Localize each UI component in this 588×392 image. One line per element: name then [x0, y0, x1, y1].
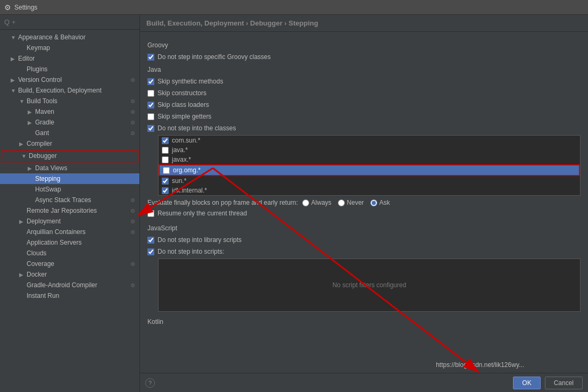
class-item-com-sun[interactable]: com.sun.*: [159, 136, 580, 145]
gear-icon-coverage: ⚙: [130, 261, 135, 267]
sidebar-label-dv: Data Views: [35, 164, 67, 172]
sidebar-item-arquillian[interactable]: Arquillian Containers ⚙: [0, 227, 139, 237]
sidebar-item-coverage[interactable]: Coverage ⚙: [0, 258, 139, 269]
skip-getters-row: Skip simple getters: [147, 112, 581, 121]
sidebar-item-editor[interactable]: Editor: [0, 53, 139, 64]
sidebar-label-rjr: Remote Jar Repositories: [27, 207, 97, 214]
sidebar-label-bt: Build Tools: [27, 97, 57, 105]
class-item-javax[interactable]: javax.*: [159, 155, 580, 164]
expand-arrow-compiler: [19, 141, 26, 147]
cancel-button[interactable]: Cancel: [545, 377, 583, 389]
class-label-org-omg: org.omg.*: [173, 166, 201, 174]
sidebar-item-debugger[interactable]: Debugger: [1, 149, 138, 162]
sidebar-item-build-tools[interactable]: Build Tools ⚙: [0, 96, 139, 106]
groovy-no-step-row: Do not step into specific Groovy classes: [147, 52, 581, 62]
class-checkbox-com-sun[interactable]: [162, 137, 169, 144]
groovy-section-label: Groovy: [147, 41, 581, 49]
sidebar-label-keymap: Keymap: [27, 44, 50, 52]
sidebar-label-deploy: Deployment: [27, 218, 61, 225]
sidebar-item-stepping[interactable]: Stepping: [0, 173, 139, 184]
skip-classloaders-checkbox[interactable]: [147, 102, 154, 109]
sidebar-label-appearance: Appearance & Behavior: [18, 34, 86, 41]
groovy-no-step-checkbox[interactable]: [147, 54, 154, 61]
radio-never[interactable]: [338, 199, 345, 206]
sidebar-label-vc: Version Control: [18, 76, 62, 84]
sidebar-item-docker[interactable]: Docker: [0, 269, 139, 280]
skip-getters-label[interactable]: Skip simple getters: [158, 113, 211, 120]
gear-icon-deploy: ⚙: [130, 219, 135, 224]
expand-arrow-gradle: [28, 120, 34, 126]
class-item-jdk-internal[interactable]: jdk.internal.*: [159, 186, 580, 195]
no-step-library-checkbox[interactable]: [147, 237, 154, 244]
action-buttons: OK Cancel: [513, 377, 583, 389]
sidebar-label-arq: Arquillian Containers: [27, 228, 86, 236]
resume-thread-checkbox[interactable]: [147, 210, 154, 217]
sidebar-item-deployment[interactable]: Deployment ⚙: [0, 216, 139, 227]
groovy-no-step-label[interactable]: Do not step into specific Groovy classes: [158, 53, 271, 61]
resume-thread-label[interactable]: Resume only the current thread: [158, 210, 247, 217]
sidebar-item-maven[interactable]: Maven ⚙: [0, 106, 139, 117]
sidebar-item-version-control[interactable]: Version Control ⚙: [0, 74, 139, 85]
sidebar-label-coverage: Coverage: [27, 260, 54, 268]
sidebar-item-compiler[interactable]: Compiler: [0, 138, 139, 149]
gear-icon-maven: ⚙: [130, 109, 135, 115]
no-script-filters-message: No script filters configured: [322, 271, 417, 299]
no-step-library-label[interactable]: Do not step into library scripts: [158, 236, 242, 244]
expand-arrow-bt: [19, 98, 26, 104]
sidebar-item-gant[interactable]: Gant ⚙: [0, 128, 139, 138]
sidebar-item-build-exec-deploy[interactable]: Build, Execution, Deployment: [0, 85, 139, 96]
help-button[interactable]: ?: [145, 378, 155, 388]
sidebar-item-appearance-behavior[interactable]: Appearance & Behavior: [0, 32, 139, 43]
sidebar-item-clouds[interactable]: Clouds: [0, 248, 139, 258]
no-step-scripts-label[interactable]: Do not step into scripts:: [158, 248, 224, 255]
skip-classloaders-label[interactable]: Skip class loaders: [158, 101, 209, 109]
expand-arrow-docker: [19, 272, 26, 278]
resume-thread-row: Resume only the current thread: [147, 208, 581, 218]
search-input[interactable]: [12, 19, 135, 26]
ask-label[interactable]: Ask: [379, 199, 390, 206]
skip-constructors-checkbox[interactable]: [147, 90, 154, 97]
do-not-step-label[interactable]: Do not step into the classes: [158, 124, 236, 132]
sidebar-item-instant-run[interactable]: Instant Run: [0, 290, 139, 301]
ok-button[interactable]: OK: [513, 377, 540, 389]
class-item-sun[interactable]: sun.*: [159, 176, 580, 186]
class-item-org-omg[interactable]: org.omg.*: [159, 164, 580, 176]
skip-synthetic-checkbox[interactable]: [147, 78, 154, 85]
gear-icon-vc: ⚙: [130, 77, 135, 83]
sidebar-item-hotswap[interactable]: HotSwap: [0, 184, 139, 195]
class-checkbox-org-omg[interactable]: [163, 167, 170, 174]
sidebar-item-app-servers[interactable]: Application Servers: [0, 237, 139, 248]
class-checkbox-javax[interactable]: [162, 156, 169, 163]
no-step-scripts-row: Do not step into scripts:: [147, 247, 581, 256]
skip-synthetic-row: Skip synthetic methods: [147, 77, 581, 86]
search-bar: Q: [0, 15, 139, 30]
sidebar-item-remote-jar[interactable]: Remote Jar Repositories ⚙: [0, 205, 139, 216]
radio-always[interactable]: [302, 199, 309, 206]
sidebar-item-data-views[interactable]: Data Views: [0, 163, 139, 173]
sidebar-item-keymap[interactable]: Keymap: [0, 43, 139, 53]
sidebar-label-docker: Docker: [27, 271, 47, 278]
content-panel: Build, Execution, Deployment › Debugger …: [140, 15, 588, 392]
sidebar-label-hotswap: HotSwap: [35, 186, 61, 193]
class-checkbox-sun[interactable]: [162, 178, 169, 185]
class-checkbox-java[interactable]: [162, 147, 169, 154]
skip-getters-checkbox[interactable]: [147, 113, 154, 120]
sidebar-label-compiler: Compiler: [27, 140, 52, 147]
sidebar-item-gradle-android[interactable]: Gradle-Android Compiler ⚙: [0, 280, 139, 290]
js-section-label: JavaScript: [147, 224, 581, 232]
java-section-label: Java: [147, 66, 581, 73]
skip-synthetic-label[interactable]: Skip synthetic methods: [158, 78, 223, 85]
class-checkbox-jdk-internal[interactable]: [162, 187, 169, 194]
always-label[interactable]: Always: [311, 199, 332, 206]
class-label-sun: sun.*: [172, 177, 186, 185]
expand-arrow-editor: [11, 56, 17, 62]
sidebar-item-async-traces[interactable]: Async Stack Traces ⚙: [0, 195, 139, 205]
do-not-step-checkbox[interactable]: [147, 125, 154, 132]
sidebar-item-gradle[interactable]: Gradle ⚙: [0, 117, 139, 128]
never-label[interactable]: Never: [347, 199, 364, 206]
skip-constructors-label[interactable]: Skip constructors: [158, 89, 206, 97]
radio-ask[interactable]: [370, 199, 377, 206]
sidebar-item-plugins[interactable]: Plugins: [0, 64, 139, 74]
class-item-java[interactable]: java.*: [159, 145, 580, 155]
no-step-scripts-checkbox[interactable]: [147, 248, 154, 255]
